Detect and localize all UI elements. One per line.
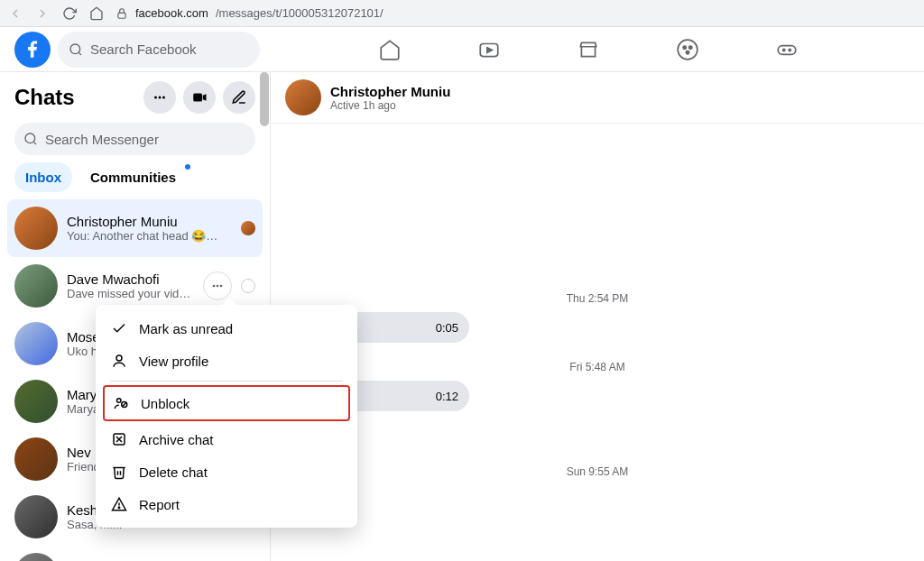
menu-divider — [110, 381, 343, 382]
search-messenger-input[interactable]: Search Messenger — [14, 123, 255, 155]
chats-title: Chats — [14, 85, 136, 110]
svg-point-19 — [213, 285, 216, 288]
svg-point-20 — [217, 285, 219, 288]
menu-delete[interactable]: Delete chat — [103, 455, 350, 488]
url-host: facebook.com — [135, 6, 208, 20]
conversation-item[interactable]: Master ChampEish Bro ! · 12w — [7, 546, 263, 561]
search-facebook-input[interactable]: Search Facebook — [58, 32, 260, 68]
avatar — [14, 495, 58, 538]
svg-rect-0 — [118, 13, 125, 18]
nav-gaming[interactable] — [769, 32, 805, 68]
chat-contact-status: Active 1h ago — [330, 99, 450, 112]
svg-rect-9 — [778, 45, 796, 54]
chat-timestamp: Thu 2:54 PM — [271, 292, 924, 305]
back-icon[interactable] — [7, 5, 23, 22]
svg-point-11 — [789, 49, 790, 51]
nav-marketplace[interactable] — [570, 32, 606, 68]
delivered-indicator — [241, 279, 255, 293]
avatar — [14, 322, 58, 365]
svg-line-2 — [79, 52, 81, 55]
svg-point-21 — [220, 285, 223, 288]
url-bar[interactable]: facebook.com/messages/t/100005312072101/ — [116, 6, 383, 20]
svg-point-23 — [117, 399, 122, 403]
svg-rect-15 — [193, 94, 202, 102]
conversation-item[interactable]: Christopher MuniuYou: Another chat head … — [7, 199, 263, 257]
unblock-highlight: Unblock — [103, 385, 350, 421]
warning-icon — [110, 495, 128, 513]
new-message-button[interactable] — [223, 81, 255, 114]
tab-communities[interactable]: Communities — [79, 162, 187, 192]
url-path: /messages/t/100005312072101/ — [216, 6, 383, 20]
svg-point-1 — [70, 44, 80, 54]
search-placeholder: Search Facebook — [90, 41, 197, 57]
svg-point-8 — [686, 51, 688, 53]
search-messenger-placeholder: Search Messenger — [45, 132, 159, 147]
menu-archive[interactable]: Archive chat — [103, 423, 350, 455]
svg-point-5 — [678, 40, 698, 60]
svg-marker-16 — [203, 94, 207, 101]
nav-center — [267, 32, 910, 68]
context-menu: Mark as unread View profile Unblock Arch… — [96, 305, 357, 528]
top-nav: Search Facebook — [0, 27, 924, 72]
nav-groups[interactable] — [670, 32, 706, 68]
home-icon[interactable] — [88, 5, 105, 22]
lock-icon — [116, 7, 128, 20]
svg-line-25 — [123, 402, 127, 407]
svg-point-10 — [783, 49, 785, 51]
avatar — [14, 380, 58, 423]
svg-marker-4 — [487, 47, 492, 51]
avatar — [14, 264, 58, 308]
svg-point-17 — [25, 133, 35, 143]
conversation-more-button[interactable] — [203, 271, 232, 300]
svg-point-12 — [154, 97, 157, 99]
tab-inbox[interactable]: Inbox — [14, 162, 72, 192]
search-icon — [23, 132, 38, 146]
facebook-logo[interactable] — [14, 32, 51, 68]
svg-point-6 — [683, 46, 686, 49]
nav-watch[interactable] — [471, 32, 507, 68]
archive-icon — [110, 430, 128, 448]
more-button[interactable] — [143, 81, 176, 114]
avatar — [14, 437, 58, 481]
svg-point-22 — [116, 355, 122, 361]
check-icon — [110, 319, 128, 337]
avatar — [14, 207, 58, 250]
chat-body: Thu 2:54 PM 0:05 Fri 5:48 AM 0:12 Sun 9:… — [271, 123, 924, 561]
avatar — [285, 79, 321, 115]
svg-point-30 — [118, 507, 120, 509]
chat-timestamp: Sun 9:55 AM — [271, 465, 924, 478]
profile-icon — [110, 352, 128, 370]
menu-mark-unread[interactable]: Mark as unread — [103, 312, 350, 345]
chat-panel: Christopher Muniu Active 1h ago Thu 2:54… — [271, 72, 924, 561]
trash-icon — [110, 463, 128, 481]
nav-home[interactable] — [372, 32, 408, 68]
menu-arrow — [222, 298, 236, 305]
seen-indicator — [241, 221, 255, 235]
menu-report[interactable]: Report — [103, 488, 350, 520]
menu-unblock[interactable]: Unblock — [105, 387, 348, 419]
browser-toolbar: facebook.com/messages/t/100005312072101/ — [0, 0, 924, 27]
chat-header[interactable]: Christopher Muniu Active 1h ago — [271, 72, 924, 123]
svg-point-7 — [689, 46, 692, 49]
forward-icon[interactable] — [34, 5, 51, 22]
search-icon — [69, 42, 83, 57]
unread-dot — [185, 164, 190, 170]
chat-timestamp: Fri 5:48 AM — [271, 361, 924, 373]
unblock-icon — [112, 394, 130, 412]
menu-view-profile[interactable]: View profile — [103, 345, 350, 377]
chat-contact-name: Christopher Muniu — [330, 84, 450, 99]
svg-point-13 — [159, 97, 162, 99]
avatar — [14, 553, 58, 561]
reload-icon[interactable] — [61, 5, 78, 22]
svg-line-18 — [33, 142, 36, 144]
new-video-button[interactable] — [183, 81, 216, 114]
svg-point-14 — [162, 97, 165, 99]
